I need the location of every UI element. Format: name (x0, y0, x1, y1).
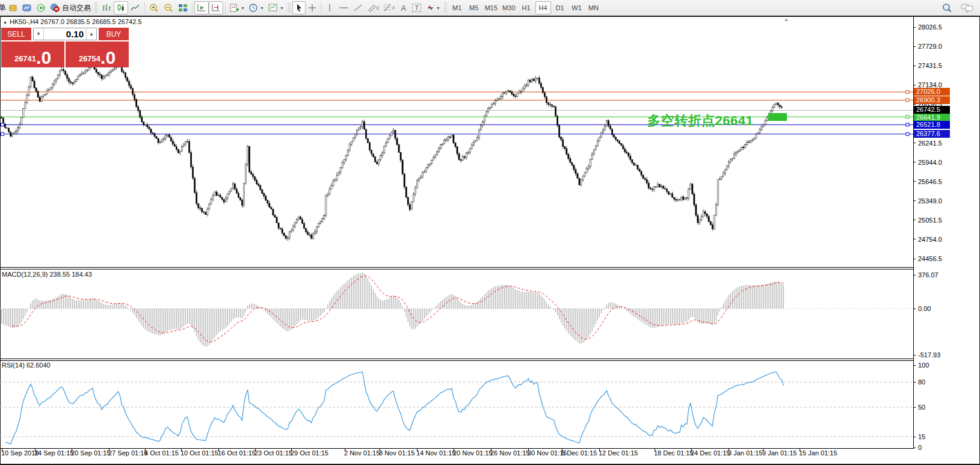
line-handle[interactable] (906, 115, 909, 119)
annotation-rectangle[interactable] (768, 113, 787, 121)
timeframe-button-m5[interactable]: M5 (466, 1, 482, 14)
collapse-triangle-icon[interactable]: ▲ (3, 20, 7, 24)
sell-button[interactable]: SELL (1, 28, 31, 40)
time-axis-line (0, 448, 914, 449)
y-axis-label: 25944.0 (918, 159, 942, 166)
channel-button[interactable]: E (365, 1, 381, 14)
chat-icon[interactable] (961, 3, 974, 13)
tile-windows-icon (177, 3, 188, 13)
trendline-icon (353, 3, 363, 13)
buy-button[interactable]: BUY (99, 28, 129, 40)
macd-axis-label: 0.00 (918, 305, 931, 312)
timeframe-button-m15[interactable]: M15 (483, 1, 499, 14)
line-handle[interactable] (906, 99, 909, 102)
trendline-button[interactable] (351, 1, 365, 14)
search-icon[interactable] (941, 3, 952, 13)
rsi-label: RSI(14) 62.6040 (2, 362, 51, 369)
arrows-button[interactable]: ▼ (424, 1, 442, 14)
timeframe-button-m30[interactable]: M30 (501, 1, 517, 14)
timeframe-button-d1[interactable]: D1 (552, 1, 568, 14)
chart-shift-marker[interactable]: ▲ (784, 17, 789, 22)
rsi-axis-tick (913, 448, 916, 448)
signal-icon[interactable] (34, 1, 48, 14)
text-button[interactable]: A (397, 1, 410, 14)
volume-increase-button[interactable]: ▲ (86, 28, 96, 40)
line-handle[interactable] (1, 123, 4, 126)
price-line-label: 27026.0 (914, 88, 950, 96)
annotation-note[interactable]: 多空转折点26641 (647, 112, 753, 130)
macd-axis-label: 376.07 (918, 271, 938, 279)
line-handle[interactable] (1, 132, 4, 135)
price-line-label: 26742.5 (914, 106, 950, 114)
new-order-button[interactable]: 单 (0, 2, 6, 13)
line-handle[interactable] (906, 132, 909, 135)
text-icon: A (401, 4, 406, 13)
fibonacci-button[interactable]: F (381, 1, 396, 14)
volume-decrease-button[interactable]: ▼ (34, 28, 44, 40)
dropdown-arrow-icon: ▼ (260, 6, 264, 10)
bar-chart-button[interactable] (99, 1, 114, 14)
main-toolbar: 单 自动交易 ▼ ▼ (0, 0, 980, 16)
candlestick-chart-button[interactable] (114, 1, 128, 14)
toolbar-grip (288, 2, 291, 13)
templates-button[interactable]: ▼ (266, 1, 286, 14)
fibonacci-icon (383, 3, 392, 13)
line-handle[interactable] (906, 123, 909, 126)
chart-window: ▲HK50-,H4 26767.0 26835.5 26685.5 26742.… (0, 16, 980, 465)
auto-scroll-button[interactable] (194, 1, 209, 14)
periods-button[interactable]: ▼ (247, 1, 266, 14)
y-axis-label: 28026.5 (918, 23, 942, 31)
volume-input[interactable]: 0.10 (44, 28, 86, 40)
sell-price-big: .0 (36, 49, 51, 66)
y-axis-tick (913, 162, 916, 162)
y-axis-tick (913, 259, 916, 259)
indicators-button[interactable]: ▼ (227, 1, 247, 14)
indicators-icon (229, 3, 239, 13)
timeframe-button-h4[interactable]: H4 (535, 1, 551, 14)
rsi-axis-tick (913, 382, 916, 383)
zoom-in-icon (149, 3, 159, 13)
main-price-pane[interactable] (0, 16, 913, 268)
chart-upload-icon[interactable] (20, 1, 34, 14)
macd-pane[interactable] (0, 269, 913, 359)
rsi-axis-tick (913, 437, 916, 437)
line-handle[interactable] (906, 90, 909, 93)
x-axis-label: 6 Dec 01:15 (561, 449, 597, 457)
chart-shift-button[interactable] (209, 1, 223, 14)
channel-icon (367, 3, 377, 13)
crosshair-button[interactable] (306, 1, 319, 14)
x-axis-label: 4 Oct 01:15 (144, 449, 179, 457)
sell-price-button[interactable]: 26741.0 (1, 42, 64, 67)
fibo-letter: F (392, 6, 395, 10)
chart-upload-icon (22, 3, 32, 13)
buy-price-button[interactable]: 26754.0 (66, 42, 129, 67)
x-axis-label: 29 Oct 01:15 (291, 449, 328, 457)
cursor-button[interactable] (292, 1, 306, 14)
price-line-label: 26521.8 (914, 121, 950, 129)
price-line-label: 26900.3 (914, 96, 950, 104)
auto-trading-button[interactable]: 自动交易 (48, 1, 93, 14)
timeframe-button-h1[interactable]: H1 (519, 1, 534, 14)
text-label-button[interactable]: T (410, 1, 424, 14)
line-chart-button[interactable] (128, 1, 143, 14)
timeframe-button-w1[interactable]: W1 (569, 1, 585, 14)
rsi-pane[interactable] (0, 361, 913, 449)
zoom-out-button[interactable] (161, 1, 176, 14)
horizontal-line-icon (338, 3, 349, 13)
timeframe-button-mn[interactable]: MN (586, 1, 602, 14)
price-line-label: 26377.6 (914, 130, 950, 138)
timeframe-button-m1[interactable]: M1 (449, 1, 465, 14)
buy-price-big: .0 (100, 49, 116, 66)
y-axis-tick (913, 200, 916, 201)
horizontal-line-button[interactable] (336, 1, 351, 14)
x-axis-label: 23 Oct 01:15 (254, 449, 292, 457)
line-chart-icon (130, 3, 141, 13)
vertical-line-button[interactable] (323, 1, 336, 14)
chart-shift-icon (211, 3, 221, 13)
package-icon[interactable] (6, 1, 20, 14)
zoom-in-button[interactable] (147, 1, 161, 14)
toolbar-grip (94, 2, 97, 13)
y-axis-tick (913, 27, 916, 28)
tile-windows-button[interactable] (176, 1, 190, 14)
dropdown-arrow-icon: ▼ (436, 6, 440, 10)
